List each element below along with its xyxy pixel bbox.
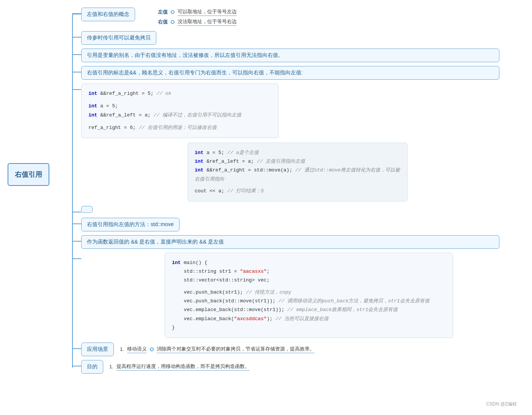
row-stdmove [81,206,517,214]
code3-line8: } [172,323,446,332]
code2-spacer [195,184,400,187]
main-title: 右值引用 [15,170,42,179]
h-line-2 [72,37,81,38]
cmt: // 左值引用指向左值 [257,159,305,164]
h-line-5 [72,89,81,90]
sections-wrapper: 左值和右值的概念 左值 可以取地址，位于等号左边 右值 [72,8,517,374]
kw: int [195,167,203,173]
cmt: // emplace_back效果相同，str1会失去原有值 [287,307,398,313]
cmt: // 编译不过，右值引用不可以指向左值 [154,112,241,118]
row-pass-ref: 传参时传引用可以避免拷贝 [81,31,517,45]
lvalue-item: 左值 可以取地址，位于等号左边 [158,8,237,16]
code3-line1: int main() { [172,258,446,267]
rvalue-label: 右值 [158,19,168,25]
lvalue-desc: 可以取地址，位于等号左边 [178,8,237,16]
h-line-10 [72,258,81,259]
purpose-content: 1. 提高程序运行速度，用移动构造函数，而不是拷贝构造函数。 [109,363,250,371]
code3-line6: vec.emplace_back(std::move(str1)); // em… [172,305,446,314]
kw: int [88,103,97,109]
kw: int [88,91,97,96]
row-func-param: 作为函数返回值的 && 是右值，直接声明出来的 && 是左值 [81,235,517,249]
code3-line3: std::vector<std::string> vec; [172,276,446,285]
pass-ref-box: 传参时传引用可以避免拷贝 [81,31,156,45]
concept-row: 左值和右值的概念 左值 可以取地址，位于等号左边 右值 [81,8,517,26]
code2-line4: cout << a; // 打印结果：5 [195,187,400,195]
page-container: 右值引用 左值和右值的概念 左值 [0,0,532,415]
lvalue-dot [171,10,175,14]
code3-line2: std::string str1 = "aacasxs"; [172,267,446,276]
rvalue-item: 右值 没法取地址，位于等号右边 [158,18,237,26]
cmt: // 打印结果：5 [227,188,264,194]
h-line-11 [72,348,81,349]
h-line-7 [72,212,81,212]
concept-label: 左值和右值的概念 [87,11,129,17]
app-item-1: 1. 移动语义 消除两个对象交互时不必要的对象拷贝，节省运算存储资源，提高效率。 [120,346,315,353]
row-code2: int a = 5; // a是个左值 int &ref_a_left = a;… [81,143,517,201]
watermark-text: CSDN @Z编程 [486,401,517,407]
main-title-box: 右值引用 [8,163,49,186]
h-line-1 [72,13,81,14]
str: "aacasxs" [240,269,266,274]
kw: int [88,112,97,118]
app-content: 1. 移动语义 消除两个对象交互时不必要的对象拷贝，节省运算存储资源，提高效率。 [120,343,315,353]
code3-line7: vec.emplace_back("axcsddcas"); // 当然可以直接… [172,314,446,323]
cmt: // 当然可以直接接右值 [275,316,329,322]
row-code3: int main() { std::string str1 = "aacasxs… [81,253,517,338]
row-code1: int &&ref_a_right = 5; // ok int a = 5; … [81,83,517,138]
cmt: // 通过std::move将左值转化为右值，可以被右值引用指向 [195,167,400,182]
code1-line2: int a = 5; [88,102,271,110]
cmt: // 调用移动语义的push_back方法，避免拷贝，str1会失去原有值 [279,298,430,304]
h-line-12 [72,366,81,366]
rvalue-intro-text: 右值引用的标志是&&，顾名思义，右值引用专门为右值而生，可以指向右值，不能指向左… [87,69,303,75]
row-rvalue-intro: 右值引用的标志是&&，顾名思义，右值引用专门为右值而生，可以指向右值，不能指向左… [81,66,517,80]
stdmove-box [81,206,93,213]
code1-line1: int &&ref_a_right = 5; // ok [88,89,271,98]
func-param-text: 作为函数返回值的 && 是右值，直接声明出来的 && 是左值 [87,239,224,245]
cmt: // a是个左值 [227,150,259,156]
code3-line4: vec.push_back(str1); // 传统方法，copy [172,288,446,297]
code1-spacer1 [88,98,271,102]
row-ref-concept: 引用是变量的别名，由于右值没有地址，没法被修改，所以左值引用无法指向右值。 [81,49,517,62]
code1-line3: int &&ref_a_left = a; // 编译不过，右值引用不可以指向左… [88,111,271,119]
h-line-3 [72,54,81,55]
code2-line3: int &&ref_a_right = std::move(a); // 通过s… [195,166,400,184]
code1-spacer2 [88,119,271,123]
code3-spacer [172,285,446,288]
h-line-9 [72,241,81,242]
func-return-box: 右值引用指向左值的方法：std::move [81,218,179,231]
pass-ref-text: 传参时传引用可以避免拷贝 [87,35,151,41]
kw: int [195,159,203,164]
code2-line1: int a = 5; // a是个左值 [195,148,400,157]
concept-box: 左值和右值的概念 [81,8,135,21]
func-param-box: 作为函数返回值的 && 是右值，直接声明出来的 && 是左值 [81,235,499,249]
watermark: CSDN @Z编程 [486,401,517,407]
str: "axcsddcas" [234,316,267,322]
app-dot [150,347,154,351]
app-label-box: 应用场景 [81,343,114,356]
rvalue-intro-box: 右值引用的标志是&&，顾名思义，右值引用专门为右值而生，可以指向右值，不能指向左… [81,66,499,80]
h-line-8 [72,223,81,224]
code-block-3: int main() { std::string str1 = "aacasxs… [165,253,453,338]
code-block-2: int a = 5; // a是个左值 int &ref_a_left = a;… [187,143,408,201]
app-item-desc: 消除两个对象交互时不必要的对象拷贝，节省运算存储资源，提高效率。 [157,346,315,353]
ref-concept-box: 引用是变量的别名，由于右值没有地址，没法被修改，所以左值引用无法指向右值。 [81,49,499,62]
code2-line2: int &ref_a_left = a; // 左值引用指向左值 [195,157,400,166]
lvalue-label: 左值 [158,9,168,16]
content-area: 左值和右值的概念 左值 可以取地址，位于等号左边 右值 [72,8,517,374]
rvalue-row: 右值 没法取地址，位于等号右边 [158,18,237,26]
kw: int [172,260,181,266]
purpose-number: 1. [109,364,113,369]
cmt: // 传统方法，copy [246,289,291,295]
purpose-text: 提高程序运行速度，用移动构造函数，而不是拷贝构造函数。 [116,363,250,371]
app-label: 应用场景 [87,346,108,352]
purpose-label: 目的 [87,363,98,369]
app-item-number: 1. [120,346,124,352]
rvalue-desc: 没法取地址，位于等号右边 [178,18,237,26]
row-app: 应用场景 1. 移动语义 消除两个对象交互时不必要的对象拷贝，节省运算存储资源，… [81,343,517,356]
cmt: // ok [156,91,171,96]
code-block-1: int &&ref_a_right = 5; // ok int a = 5; … [81,83,279,138]
func-return-text: 右值引用指向左值的方法：std::move [87,221,174,227]
lvalue-rvalue-container: 左值 可以取地址，位于等号左边 右值 没法取地址，位于等号右边 [158,8,237,26]
row-func-return: 右值引用指向左值的方法：std::move [81,218,517,231]
code1-line4: ref_a_right = 6; // 右值引用的用途：可以修改右值 [88,123,271,132]
